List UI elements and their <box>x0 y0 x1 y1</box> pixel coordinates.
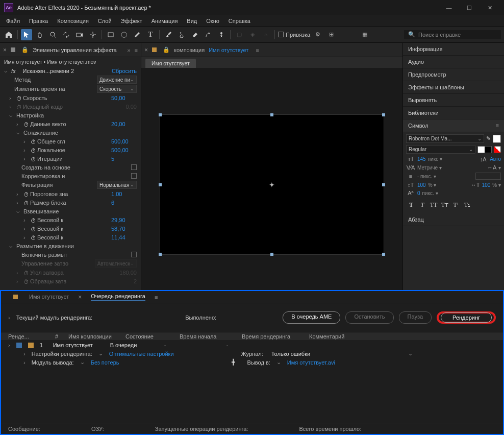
eraser-tool-icon[interactable] <box>189 29 200 40</box>
panel-more-icon[interactable]: » <box>127 47 130 53</box>
snap-grid-icon[interactable]: ⊞ <box>325 29 337 40</box>
stopwatch-icon[interactable]: ⏱ <box>16 95 21 100</box>
brush-tool-icon[interactable] <box>163 29 174 40</box>
menu-view[interactable]: Вид <box>183 17 201 25</box>
libraries-panel[interactable]: Библиотеки <box>403 107 504 119</box>
snap-checkbox[interactable] <box>278 32 284 37</box>
allcaps-button[interactable]: TT <box>429 200 439 209</box>
queue-ame-button[interactable]: В очередь АМЕ <box>283 311 340 324</box>
eyedropper-icon[interactable]: ✎ <box>486 135 491 142</box>
menu-layer[interactable]: Слой <box>94 17 116 25</box>
style-dropdown[interactable]: Regular <box>406 145 475 154</box>
info-panel[interactable]: Информация <box>403 43 504 56</box>
close-button[interactable]: ✕ <box>480 0 500 15</box>
paragraph-panel[interactable]: Абзац <box>403 213 504 226</box>
ellipse-tool-icon[interactable]: ◯ <box>118 29 130 40</box>
item-enabled-checkbox[interactable] <box>16 343 22 348</box>
help-search[interactable]: 🔍 Поиск в справке <box>404 30 501 39</box>
menu-window[interactable]: Окно <box>202 17 223 25</box>
italic-button[interactable]: T <box>417 200 427 209</box>
item-color-label[interactable] <box>28 343 34 348</box>
panel-menu-icon[interactable]: ≡ <box>135 47 138 53</box>
comp-name-link[interactable]: Имя отутствует <box>209 47 248 53</box>
nofill-swatch[interactable] <box>494 146 501 153</box>
orbit-tool-icon[interactable] <box>61 29 72 40</box>
rect-tool-icon[interactable] <box>105 29 116 40</box>
puppet-tool-icon[interactable] <box>216 29 227 40</box>
speed-value[interactable]: 50,00 <box>111 95 137 101</box>
minimize-button[interactable]: — <box>439 0 459 15</box>
lock-icon[interactable]: 🔒 <box>21 46 29 53</box>
superscript-button[interactable]: T¹ <box>451 200 461 209</box>
stroke-swatch[interactable] <box>477 146 492 153</box>
lock-icon[interactable]: 🔒 <box>163 46 170 53</box>
right-panels: Информация Аудио Предпросмотр Эффекты и … <box>403 43 504 315</box>
comp-menu-icon[interactable]: ≡ <box>256 47 259 53</box>
camera-tool-icon[interactable] <box>74 29 85 40</box>
snap-label: Привязка <box>286 32 310 38</box>
pen-tool-icon[interactable] <box>132 29 143 40</box>
comp-icon <box>152 47 157 52</box>
maximize-button[interactable]: ☐ <box>459 0 480 15</box>
effects-panel[interactable]: Эффекты и шаблоны <box>403 81 504 94</box>
char-menu-icon[interactable]: ≡ <box>496 123 499 129</box>
correct-checkbox[interactable] <box>131 173 137 179</box>
pan-behind-tool-icon[interactable] <box>87 29 98 40</box>
status-bar: Сообщение: ОЗУ: Запущенные операции ренд… <box>1 423 503 434</box>
bold-button[interactable]: T <box>406 200 416 209</box>
menu-edit[interactable]: Правка <box>25 17 52 25</box>
audio-panel[interactable]: Аудио <box>403 56 504 68</box>
comp-tab[interactable]: Имя отутствует <box>145 59 196 68</box>
font-dropdown[interactable]: Robotron Dot Ma... <box>406 134 484 143</box>
selection-tool-icon[interactable] <box>21 29 32 40</box>
text-tool-icon[interactable]: T <box>145 29 156 40</box>
clone-tool-icon[interactable] <box>176 29 187 40</box>
svg-point-2 <box>92 34 94 36</box>
method-dropdown[interactable]: Движение пи <box>97 76 137 84</box>
char-panel-title[interactable]: Символ <box>408 123 429 129</box>
tracking-icon: ↔A <box>487 164 496 171</box>
subscript-button[interactable]: T₁ <box>462 200 472 209</box>
create-checkbox[interactable] <box>131 164 137 170</box>
effect-name[interactable]: Искажен...ремени 2 <box>23 68 74 74</box>
filter-dropdown[interactable]: Нормальная <box>97 181 137 189</box>
preview-panel[interactable]: Предпросмотр <box>403 68 504 81</box>
enable-mblur-checkbox[interactable] <box>131 252 137 257</box>
svg-point-4 <box>220 32 222 34</box>
vscale-icon: ↕T <box>406 182 415 188</box>
snap-options-icon[interactable]: ⚙ <box>312 29 323 40</box>
tab-render-queue[interactable]: Очередь рендеринга <box>91 293 145 301</box>
output-module-link[interactable]: Без потерь <box>91 359 119 366</box>
menu-help[interactable]: Справка <box>224 17 255 25</box>
menu-composition[interactable]: Композиция <box>53 17 93 25</box>
menu-file[interactable]: Файл <box>2 17 24 25</box>
stroke-style[interactable] <box>475 173 501 180</box>
tab-close-icon[interactable]: × <box>3 46 7 54</box>
timeline-icon <box>13 295 18 299</box>
output-file-link[interactable]: Имя отутствует.avi <box>287 359 335 366</box>
zoom-tool-icon[interactable] <box>47 29 59 40</box>
render-button[interactable]: Рендеринг <box>441 312 492 323</box>
tab2-close[interactable]: × <box>78 294 82 301</box>
hand-tool-icon[interactable] <box>34 29 45 40</box>
comp-tab-close[interactable]: × <box>144 46 148 54</box>
align-panel[interactable]: Выровнять <box>403 94 504 107</box>
canvas[interactable]: ✦ <box>160 114 384 255</box>
render-settings-link[interactable]: Оптимальные настройки <box>109 351 174 357</box>
home-icon[interactable] <box>3 29 14 40</box>
fill-swatch[interactable] <box>493 135 501 143</box>
adjust-dropdown[interactable]: Скорость <box>97 85 137 93</box>
queue-item-row[interactable]: › 1 Имя отутствует В очереди - - <box>1 341 503 349</box>
roto-tool-icon[interactable] <box>203 29 214 40</box>
tab-menu-icon[interactable]: ≡ <box>155 294 158 300</box>
log-dropdown[interactable]: Только ошибки <box>271 351 310 357</box>
menu-animation[interactable]: Анимация <box>147 17 182 25</box>
reset-link[interactable]: Сбросить <box>112 68 137 74</box>
smallcaps-button[interactable]: Tᴛ <box>440 200 450 209</box>
tab-timeline[interactable]: Имя отутствует <box>29 294 69 301</box>
workspace-icon[interactable]: ▦ <box>359 29 370 40</box>
viewport[interactable]: ✦ <box>141 68 402 301</box>
menu-effect[interactable]: Эффект <box>117 17 146 25</box>
panel-icon <box>11 47 15 52</box>
panel-title: Элементы управления эффекта <box>33 47 117 53</box>
